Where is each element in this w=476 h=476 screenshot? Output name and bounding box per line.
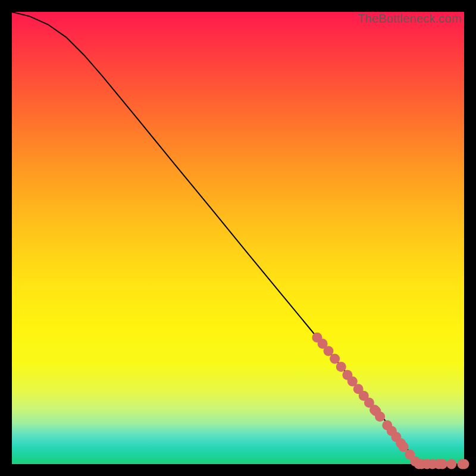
chart-overlay bbox=[12, 12, 464, 464]
data-point bbox=[437, 459, 447, 469]
scatter-points bbox=[312, 333, 469, 469]
data-point bbox=[459, 459, 469, 469]
plot-area: TheBottleneck.com bbox=[12, 12, 464, 464]
data-point bbox=[336, 362, 346, 372]
data-point bbox=[446, 459, 456, 469]
bottleneck-curve bbox=[12, 12, 464, 464]
data-point bbox=[330, 353, 340, 364]
data-point bbox=[375, 412, 385, 422]
chart-stage: TheBottleneck.com bbox=[0, 0, 476, 476]
